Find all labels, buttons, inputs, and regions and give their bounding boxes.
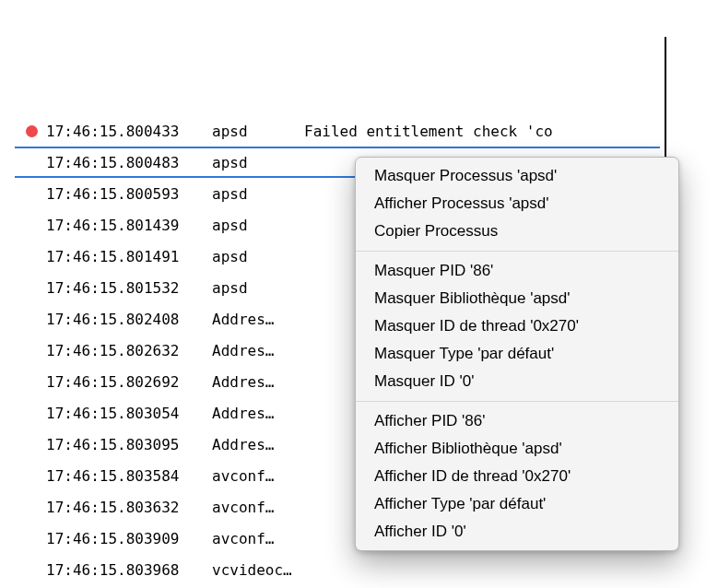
status-dot — [22, 125, 41, 137]
process-cell: Addres… — [208, 311, 300, 328]
menu-separator — [356, 251, 678, 252]
process-cell: apsd — [208, 248, 300, 265]
process-cell: Addres… — [208, 405, 300, 422]
menu-item[interactable]: Masquer Processus 'apsd' — [356, 162, 678, 190]
process-cell: avconf… — [208, 467, 300, 485]
time-cell: 17:46:15.803968 — [41, 561, 208, 579]
process-cell: vcvideocaptureserver [INFO]… — [208, 561, 300, 579]
process-cell: Addres… — [208, 436, 300, 453]
menu-item[interactable]: Masquer Bibliothèque 'apsd' — [356, 285, 678, 312]
process-cell: apsd — [208, 279, 300, 297]
time-cell: 17:46:15.803909 — [41, 530, 208, 547]
time-cell: 17:46:15.803632 — [41, 499, 208, 516]
menu-item[interactable]: Masquer ID '0' — [356, 368, 678, 395]
menu-item[interactable]: Afficher Processus 'apsd' — [356, 190, 678, 218]
menu-item[interactable]: Masquer Type 'par défaut' — [356, 340, 678, 368]
process-cell: apsd — [208, 123, 300, 140]
message-cell: Failed entitlement check 'co — [300, 123, 658, 140]
fault-dot-icon — [26, 125, 38, 137]
time-cell: 17:46:15.802408 — [41, 311, 208, 328]
process-cell: Addres… — [208, 373, 300, 391]
time-cell: 17:46:15.801532 — [41, 279, 208, 297]
process-cell: apsd — [208, 154, 300, 171]
time-cell: 17:46:15.800593 — [41, 185, 208, 203]
time-cell: 17:46:15.803095 — [41, 436, 208, 453]
menu-item[interactable]: Afficher ID '0' — [356, 518, 678, 546]
time-cell: 17:46:15.800433 — [41, 123, 208, 140]
process-cell: avconf… — [208, 530, 300, 547]
menu-item[interactable]: Masquer ID de thread '0x270' — [356, 312, 678, 340]
process-cell: Addres… — [208, 342, 300, 359]
menu-item[interactable]: Masquer PID '86' — [356, 257, 678, 285]
table-row[interactable]: 17:46:15.803968vcvideocaptureserver [INF… — [15, 554, 660, 581]
menu-item[interactable]: Afficher PID '86' — [356, 407, 678, 435]
menu-item[interactable]: Afficher ID de thread '0x270' — [356, 463, 678, 490]
menu-separator — [356, 401, 678, 402]
process-cell: avconf… — [208, 499, 300, 516]
menu-item[interactable]: Afficher Type 'par défaut' — [356, 490, 678, 518]
time-cell: 17:46:15.802632 — [41, 342, 208, 359]
time-cell: 17:46:15.801439 — [41, 217, 208, 234]
menu-item[interactable]: Afficher Bibliothèque 'apsd' — [356, 435, 678, 463]
context-menu[interactable]: Masquer Processus 'apsd'Afficher Process… — [355, 157, 679, 551]
time-cell: 17:46:15.802692 — [41, 373, 208, 391]
time-cell: 17:46:15.803584 — [41, 467, 208, 485]
time-cell: 17:46:15.801491 — [41, 248, 208, 265]
time-cell: 17:46:15.800483 — [41, 154, 208, 171]
menu-item[interactable]: Copier Processus — [356, 218, 678, 245]
time-cell: 17:46:15.803054 — [41, 405, 208, 422]
process-cell: apsd — [208, 217, 300, 234]
table-row[interactable]: 17:46:15.800433apsdFailed entitlement ch… — [15, 115, 660, 147]
process-cell: apsd — [208, 185, 300, 203]
